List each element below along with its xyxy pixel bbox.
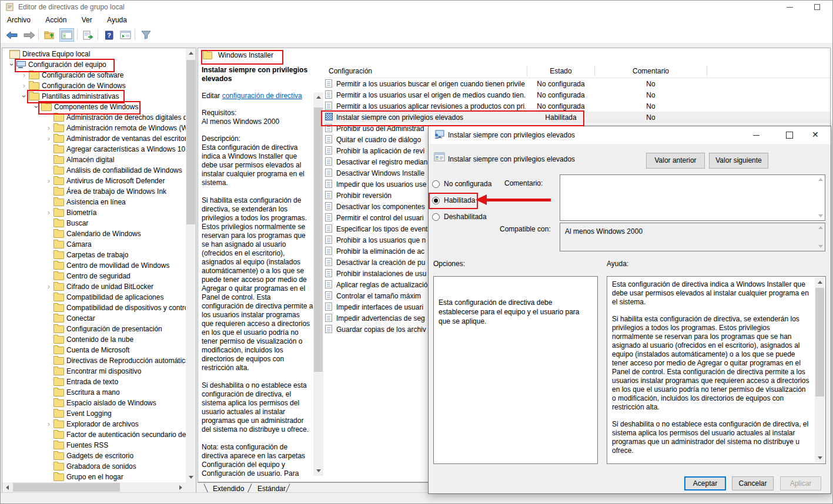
tree-expander-icon[interactable] (19, 92, 29, 100)
tree-expander-icon[interactable] (44, 304, 53, 312)
tree-item[interactable]: Biometría (2, 207, 186, 218)
menu-ayuda[interactable]: Ayuda (101, 14, 133, 27)
tree-vertical-scrollbar[interactable] (186, 48, 196, 482)
tree-root[interactable]: Directiva Equipo local (2, 49, 186, 59)
radio-selected-icon[interactable] (432, 197, 440, 204)
tree-expander-icon[interactable] (44, 166, 53, 174)
spin-up-icon[interactable] (818, 226, 823, 229)
tree-item[interactable]: Explorador de archivos (2, 419, 186, 429)
menu-accion[interactable]: Acción (39, 14, 73, 27)
tree-expander-icon[interactable] (44, 124, 53, 132)
tree-expander-icon[interactable] (44, 135, 53, 143)
tree-item[interactable]: Componentes de Windows (2, 102, 186, 112)
tree-item[interactable]: Cifrado de unidad BitLocker (2, 281, 186, 292)
dialog-close-button[interactable]: ✕ (806, 126, 826, 144)
scrollbar-thumb[interactable] (13, 483, 120, 492)
radio-not-configured[interactable]: No configurada (432, 178, 491, 190)
tree-expander-icon[interactable] (19, 71, 29, 79)
tree-expander-icon[interactable] (44, 431, 53, 439)
scroll-left-icon[interactable] (2, 482, 12, 492)
tree-item[interactable]: Antivirus de Microsoft Defender (2, 176, 186, 186)
tree-expander-icon[interactable] (44, 251, 53, 259)
minimize-button[interactable] (781, 1, 799, 14)
tree-expander-icon[interactable] (19, 82, 29, 90)
tree-expander-icon[interactable] (44, 335, 53, 344)
export-list-button[interactable] (81, 28, 96, 42)
tree-expander-icon[interactable] (44, 325, 53, 333)
tree-item[interactable]: Directivas de Reproducción automática (2, 355, 186, 366)
tree-expander-icon[interactable] (32, 103, 41, 111)
column-separator[interactable] (527, 66, 527, 76)
scrollbar-thumb[interactable] (815, 288, 824, 397)
tree-expander-icon[interactable] (44, 187, 53, 196)
up-level-button[interactable] (42, 28, 57, 42)
tree-horizontal-scrollbar[interactable] (2, 482, 186, 492)
tree-item[interactable]: Gadgets de escritorio (2, 451, 186, 461)
tree-expander-icon[interactable] (44, 283, 53, 291)
tree-item[interactable]: Entrada de texto (2, 377, 186, 387)
filter-button[interactable] (139, 28, 153, 42)
tree-item[interactable]: Administración remota de Windows (W (2, 123, 186, 133)
tree-item[interactable]: Contenido de la nube (2, 334, 186, 345)
tree-item[interactable]: Área de trabajo de Windows Ink (2, 186, 186, 197)
tree-item[interactable]: Asistencia en línea (2, 197, 186, 207)
tree-expander-icon[interactable] (44, 198, 53, 206)
back-button[interactable] (4, 28, 19, 42)
help-button[interactable]: ? (102, 28, 116, 42)
tree-item[interactable]: Conectar (2, 313, 186, 324)
supported-on-box[interactable]: Al menos Windows 2000 (560, 223, 825, 251)
tree-item[interactable]: Cámara (2, 239, 186, 250)
edit-policy-link[interactable]: configuración de directiva (222, 92, 302, 100)
tree-expander-icon[interactable] (44, 378, 53, 386)
tree-item[interactable]: Centro de seguridad (2, 271, 186, 281)
tree-item[interactable]: Administrador de ventanas del escritori (2, 133, 186, 144)
cancel-button[interactable]: Cancelar (732, 476, 774, 490)
tree-item[interactable]: Grabadora de sonidos (2, 461, 186, 472)
tree-item[interactable]: Factor de autenticación secundario de N (2, 429, 186, 440)
tree-item[interactable]: Agregar características a Windows 10 (2, 144, 186, 154)
tab-estandar[interactable]: Estándar (257, 485, 286, 493)
maximize-button[interactable] (808, 1, 826, 14)
tree-expander-icon[interactable] (44, 145, 53, 153)
tree-item[interactable]: Espacio aislado de Windows (2, 398, 186, 408)
column-comentario[interactable]: Comentario (595, 67, 707, 75)
tree-expander-icon[interactable] (44, 272, 53, 280)
scroll-down-icon[interactable] (186, 472, 196, 482)
tree-expander-icon[interactable] (44, 409, 53, 418)
dialog-minimize-button[interactable] (746, 126, 766, 144)
tree-expander-icon[interactable] (44, 240, 53, 248)
menu-ver[interactable]: Ver (75, 14, 99, 27)
previous-setting-button[interactable]: Valor anterior (646, 153, 705, 169)
tree-item[interactable]: Configuración de Windows (2, 80, 186, 91)
tree-expander-icon[interactable] (44, 346, 53, 354)
column-configuracion[interactable]: Configuración (329, 67, 372, 75)
show-window-button[interactable] (118, 28, 133, 42)
tree-expander-icon[interactable] (44, 177, 53, 185)
tree-expander-icon[interactable] (44, 388, 53, 397)
tree-item[interactable]: Escritura a mano (2, 387, 186, 398)
tree-expander-icon[interactable] (44, 156, 53, 164)
tab-extendido[interactable]: Extendido (213, 485, 244, 493)
column-separator[interactable] (594, 66, 595, 76)
column-separator[interactable] (707, 66, 707, 76)
tree-item[interactable]: Administración de derechos digitales de (2, 112, 186, 123)
tree-expander-icon[interactable] (44, 420, 53, 428)
settings-row[interactable]: Permitir a los usuarios aplicar revision… (324, 100, 830, 112)
apply-button[interactable]: Aplicar (780, 476, 821, 490)
tree-item[interactable]: Cuenta de Microsoft (2, 345, 186, 355)
tree-item[interactable]: Configuración del equipo (2, 59, 186, 70)
column-estado[interactable]: Estado (527, 67, 594, 75)
scroll-down-icon[interactable] (815, 453, 825, 463)
tree-item[interactable]: Análisis de confiabilidad de Windows (2, 165, 186, 176)
tree-expander-icon[interactable] (44, 261, 53, 270)
scrollbar-thumb[interactable] (314, 107, 323, 372)
tree-item[interactable]: Configuración de presentación (2, 324, 186, 334)
next-setting-button[interactable]: Valor siguiente (709, 153, 768, 169)
settings-row[interactable]: Instalar siempre con privilegios elevado… (324, 112, 830, 123)
tree-expander-icon[interactable] (44, 452, 53, 460)
radio-icon[interactable] (432, 213, 440, 221)
tree-expander-icon[interactable] (44, 219, 53, 227)
tree-expander-icon[interactable] (44, 293, 53, 301)
console-tree-button[interactable] (59, 28, 74, 42)
tree-expander-icon[interactable] (44, 230, 53, 238)
